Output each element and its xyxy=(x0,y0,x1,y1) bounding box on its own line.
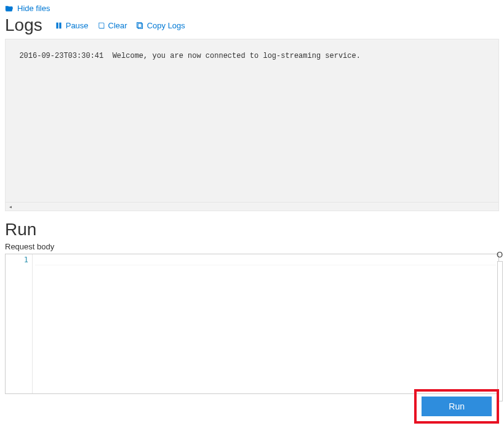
run-section: Run Request body 1 xyxy=(0,211,504,394)
svg-rect-1 xyxy=(59,22,61,28)
line-number: 1 xyxy=(6,256,28,264)
logs-title: Logs xyxy=(5,15,42,35)
editor-line[interactable] xyxy=(35,256,496,265)
pause-icon xyxy=(55,22,63,30)
hide-files-label: Hide files xyxy=(17,4,50,13)
copy-logs-label: Copy Logs xyxy=(147,21,185,30)
pause-label: Pause xyxy=(66,21,89,30)
folder-open-icon xyxy=(5,4,14,13)
request-body-label: Request body xyxy=(5,242,499,251)
clear-button[interactable]: Clear xyxy=(97,21,127,30)
book-icon xyxy=(97,22,105,30)
run-title: Run xyxy=(5,220,499,240)
clear-label: Clear xyxy=(108,21,127,30)
run-button-highlight: Run xyxy=(414,389,499,424)
pause-button[interactable]: Pause xyxy=(55,21,89,30)
hide-files-link[interactable]: Hide files xyxy=(0,0,504,15)
editor-content[interactable] xyxy=(33,254,498,393)
log-scrollbar[interactable]: ◂ xyxy=(6,202,498,211)
output-pane-sliver xyxy=(497,261,503,401)
log-console[interactable]: 2016-09-23T03:30:41 Welcome, you are now… xyxy=(5,39,499,211)
copy-icon xyxy=(136,22,144,30)
request-body-editor[interactable]: 1 xyxy=(5,254,499,394)
copy-logs-button[interactable]: Copy Logs xyxy=(136,21,185,30)
run-button[interactable]: Run xyxy=(422,397,492,416)
logs-header: Logs Pause Clear Copy Logs xyxy=(0,15,504,35)
log-line: 2016-09-23T03:30:41 Welcome, you are now… xyxy=(19,52,361,60)
output-label-partial: O xyxy=(497,250,503,259)
editor-gutter: 1 xyxy=(6,254,33,393)
scroll-left-arrow[interactable]: ◂ xyxy=(7,203,14,211)
svg-rect-0 xyxy=(56,22,58,28)
